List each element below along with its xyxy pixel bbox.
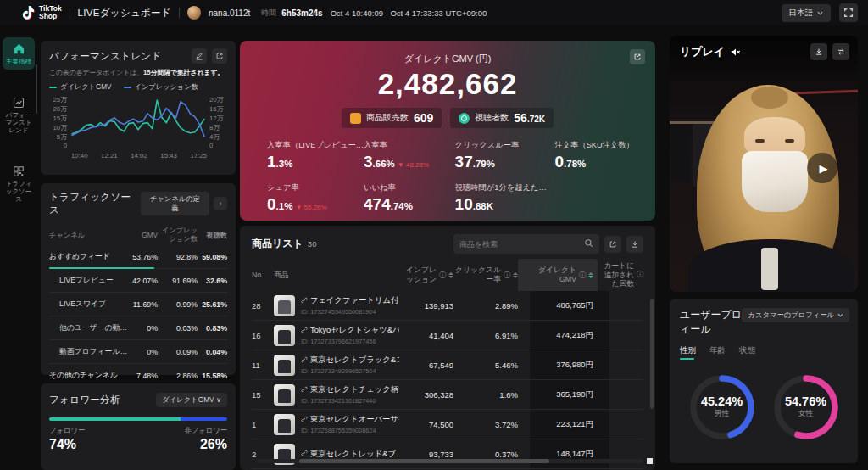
sidebar-item-2[interactable]: パフォーマンストレンド — [3, 92, 35, 138]
traffic-col-header[interactable]: 視聴数 — [198, 231, 227, 240]
performance-trend-title: パフォーマンストレンド — [49, 50, 162, 63]
replay-switch-button[interactable] — [832, 43, 849, 60]
product-name: 東京セレクトレッド&ブ… — [310, 449, 399, 460]
non-follower-value: 26% — [200, 437, 227, 452]
metric-value: 1.3% — [267, 153, 364, 171]
product-name-link[interactable]: フェイクファートリム付きの… — [301, 295, 399, 306]
sort-icon[interactable] — [588, 272, 593, 278]
traffic-col-header[interactable]: インプレッション数 — [158, 227, 198, 244]
product-name-link[interactable]: 東京セレクトチェック柄フー… — [301, 384, 399, 395]
product-row[interactable]: 16Tokyoセレクトシャツ&パンツ…ID: 17327337966219774… — [252, 321, 643, 350]
gmv-metrics-grid: 入室率（LIVEプレビュー…1.3%入室率3.66%▼ 48.28%クリックスル… — [267, 140, 642, 214]
product-name: 東京セレクトブラック&コー… — [310, 355, 399, 366]
axis-tick: 20万 — [51, 104, 67, 114]
product-col-header[interactable]: クリックスルー率ⓘ — [453, 266, 518, 283]
product-download-button[interactable] — [626, 236, 643, 253]
follower-metric-dropdown[interactable]: ダイレクトGMV ∨ — [156, 393, 227, 407]
replay-download-button[interactable] — [810, 43, 827, 60]
language-label: 日本語 — [789, 8, 814, 19]
metric-delta-down: ▼ 48.28% — [398, 161, 429, 169]
time-label: 時間 — [261, 8, 276, 19]
traffic-row[interactable]: 動画プロフィール…0%0.09%0.04% — [49, 340, 227, 364]
traffic-expand-button[interactable]: › — [214, 197, 227, 210]
info-icon[interactable]: ⓘ — [439, 271, 446, 280]
divider — [70, 8, 70, 18]
product-col-header[interactable]: カートに追加された回数ⓘ — [598, 261, 643, 288]
user-avatar[interactable] — [187, 6, 201, 20]
traffic-impressions-value: 91.69% — [158, 277, 198, 285]
export-chart-button[interactable] — [212, 48, 227, 64]
product-search[interactable] — [453, 234, 599, 254]
profile-tab-3[interactable]: 状態 — [739, 345, 755, 360]
traffic-row[interactable]: 他のユーザーの動…0%0.03%0.83% — [49, 316, 227, 340]
tiktok-shop-logo[interactable]: TikTok Shop — [22, 5, 62, 20]
channel-definition-button[interactable]: チャンネルの定義 — [141, 192, 209, 215]
product-name-link[interactable]: 東京セレクトブラック&コー… — [301, 355, 399, 366]
link-icon — [301, 297, 308, 305]
donut-label: 男性 — [715, 409, 730, 419]
replay-title: リプレイ — [680, 44, 725, 59]
product-row[interactable]: 2東京セレクトレッド&ブ…93,7330.37%148,147円 — [252, 439, 643, 469]
product-name-link[interactable]: 東京セレクトオーバーサイズ… — [301, 414, 399, 425]
legend-item[interactable]: ダイレクトGMV — [49, 82, 112, 92]
language-selector[interactable]: 日本語 — [782, 4, 832, 22]
fullscreen-button[interactable] — [839, 3, 858, 22]
product-ctr: 5.46% — [453, 361, 518, 370]
metric-label: いいね率 — [364, 182, 455, 193]
viewers-eye-icon — [459, 113, 470, 124]
info-icon[interactable]: ⓘ — [637, 270, 643, 279]
traffic-row[interactable]: LIVEスワイプ11.69%0.99%25.61% — [49, 293, 227, 316]
scrollbar-corner — [647, 458, 653, 464]
vertical-scrollbar[interactable] — [650, 299, 654, 409]
traffic-row[interactable]: LIVEプレビュー42.07%91.69%32.6% — [49, 269, 227, 293]
trend-line-chart[interactable] — [69, 95, 208, 144]
sidebar-scrollbar[interactable] — [36, 64, 37, 114]
info-icon[interactable]: ⓘ — [504, 271, 510, 280]
product-row[interactable]: 11東京セレクトブラック&コー…ID: 17327334929965075046… — [252, 350, 643, 380]
traffic-col-header[interactable]: チャンネル — [49, 231, 130, 240]
legend-label: インプレッション数 — [135, 82, 198, 92]
product-row[interactable]: 28フェイクファートリム付きの…ID: 17327453495500819041… — [252, 291, 643, 321]
product-name: 東京セレクトオーバーサイズ… — [310, 414, 399, 425]
direct-gmv-panel: ダイレクトGMV (円) 2,482,662 商品販売数609視聴者数56.72… — [240, 41, 655, 221]
legend-swatch — [49, 87, 57, 88]
replay-panel: リプレイ ▶ — [670, 36, 858, 292]
play-button[interactable]: ▶ — [807, 153, 837, 183]
gmv-metric: 入室率（LIVEプレビュー…1.3% — [267, 140, 364, 171]
edit-chart-button[interactable] — [192, 48, 207, 64]
product-name-link[interactable]: Tokyoセレクトシャツ&パンツ… — [301, 325, 399, 336]
legend-item[interactable]: インプレッション数 — [124, 82, 198, 92]
date-range: Oct 4 10:40:09 - Oct 4 17:33:33 UTC+09:0… — [331, 8, 487, 18]
product-name-link[interactable]: 東京セレクトレッド&ブ… — [301, 449, 399, 460]
traffic-col-header[interactable]: GMV — [130, 232, 158, 239]
sidebar-item-1[interactable]: 主要指標 — [3, 37, 35, 70]
follower-analysis-title: フォロワー分析 — [49, 394, 120, 406]
product-col-header[interactable]: 商品 — [274, 271, 399, 280]
gmv-badge: 商品販売数609 — [342, 108, 442, 128]
horizontal-scrollbar[interactable] — [257, 459, 643, 463]
gmv-export-button[interactable] — [630, 49, 645, 64]
sidebar-item-3[interactable]: トラフィックソース — [3, 160, 35, 207]
gmv-metric: クリックスルー率37.79% — [455, 140, 555, 171]
muted-speaker-icon[interactable] — [730, 47, 741, 58]
product-col-header[interactable]: ダイレクトGMVⓘ — [518, 259, 598, 291]
follower-value: 74% — [49, 437, 76, 452]
metric-value: 3.66%▼ 48.28% — [364, 153, 455, 171]
product-row[interactable]: 1東京セレクトオーバーサイズ…ID: 173258875535900862474… — [252, 410, 643, 439]
profile-tab-2[interactable]: 年齢 — [709, 345, 726, 360]
scrollbar-thumb[interactable] — [299, 459, 549, 463]
customer-profile-dropdown[interactable]: カスタマーのプロフィール — [742, 308, 849, 322]
product-export-button[interactable] — [604, 236, 621, 253]
product-search-input[interactable] — [459, 240, 584, 249]
traffic-channel-label: 動画プロフィール… — [49, 347, 130, 357]
product-col-header[interactable]: インプレッションⓘ — [399, 266, 453, 283]
product-gmv: 223,121円 — [518, 419, 598, 430]
profile-tab-1[interactable]: 性別 — [680, 345, 696, 360]
product-row[interactable]: 15東京セレクトチェック柄フー…ID: 17327334213018274403… — [252, 380, 643, 410]
traffic-row[interactable]: おすすめフィード53.76%92.8%59.08% — [49, 245, 227, 269]
axis-tick: 4万 — [209, 132, 225, 142]
axis-tick: 0 — [209, 142, 225, 149]
info-icon[interactable]: ⓘ — [579, 271, 586, 280]
metric-value: 474.74% — [364, 195, 455, 214]
product-col-header[interactable]: No. — [252, 271, 274, 280]
